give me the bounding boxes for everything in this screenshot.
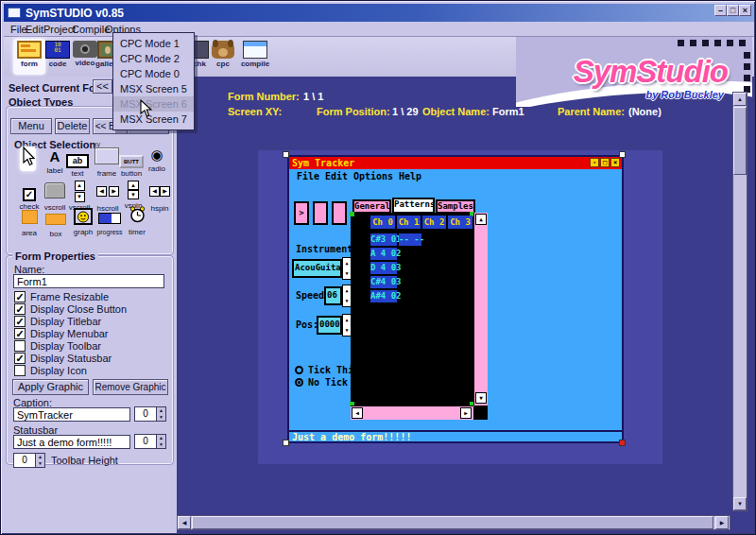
form-number-label: Form Number:	[228, 91, 300, 102]
radio-icon: ◉	[150, 147, 163, 163]
toolbar-form-button[interactable]: form	[13, 39, 45, 75]
tracker-scroll-down-icon[interactable]: ▼	[475, 392, 487, 404]
tool-timer[interactable]: timer	[121, 206, 153, 236]
preview-title: Sym Tracker	[292, 158, 354, 168]
checkbox-display-toolbar[interactable]	[14, 340, 26, 352]
main-vscrollbar[interactable]: ▲ ▼	[732, 92, 747, 511]
checkbox-display-statusbar[interactable]: ✓	[14, 353, 26, 364]
name-input[interactable]: Form1	[13, 274, 164, 288]
speed-spinner[interactable]: ▲▼	[342, 285, 352, 307]
tracker-scroll-up-icon[interactable]: ▲	[475, 214, 487, 225]
mouse-cursor-icon	[140, 99, 153, 118]
pos-input[interactable]: 0000	[317, 316, 342, 335]
preview-toolbar-button-2[interactable]	[313, 201, 328, 225]
checkbox-display-titlebar[interactable]: ✓	[14, 316, 26, 327]
menu-item-cpc-mode-2[interactable]: CPC Mode 2	[113, 51, 194, 66]
preview-menu-file[interactable]: File	[297, 171, 319, 181]
instrument-spinner[interactable]: ▲▼	[342, 257, 352, 280]
statusbar-spinner[interactable]: 0 ▲▼	[134, 434, 166, 449]
radio-no-tick-label: No Tick This	[308, 377, 376, 388]
speed-label: Speed	[296, 290, 324, 301]
maximize-button[interactable]: □	[727, 5, 739, 16]
scroll-left-icon[interactable]: ◀	[178, 516, 191, 529]
app-window: SymSTUDIO v0.85 – □ × File Edit Project …	[0, 0, 756, 535]
selection-handle-tl[interactable]	[283, 151, 289, 158]
selection-handle-tr[interactable]	[619, 151, 626, 158]
tracker-note[interactable]: -- --	[399, 233, 421, 246]
main-hscrollbar[interactable]: ◀ ▶	[177, 515, 730, 530]
speed-input[interactable]: 06	[324, 286, 342, 305]
toolbar-cpc-button[interactable]: cpc	[207, 39, 239, 75]
scroll-up-icon[interactable]: ▲	[733, 93, 747, 106]
preview-window[interactable]: Sym Tracker - □ × File Edit Options Help…	[287, 155, 624, 443]
menu-item-msx-screen-6[interactable]: MSX Screen 6	[113, 96, 194, 112]
selection-handle-bl[interactable]	[283, 440, 289, 446]
radio-no-tick-this[interactable]	[295, 378, 303, 387]
instrument-combo[interactable]: AcouGuitar	[292, 259, 342, 278]
tracker-scroll-right-icon[interactable]: ▶	[460, 407, 472, 419]
preview-menu-edit[interactable]: Edit	[325, 171, 348, 181]
scroll-right-icon[interactable]: ▶	[715, 516, 729, 529]
hscroll-icon: ◀▶	[96, 186, 119, 202]
checkbox-label: Display Titlebar	[30, 316, 101, 327]
preview-minimize-button[interactable]: -	[590, 158, 599, 167]
caption-spinner[interactable]: 0 ▲▼	[134, 406, 166, 422]
preview-statusbar: Just a demo form!!!!!	[289, 430, 622, 441]
toolbar-compile-button[interactable]: compile	[239, 39, 271, 75]
form-properties-title: Form Properties	[12, 250, 98, 262]
pos-spinner[interactable]: ▲▼	[342, 314, 352, 337]
preview-titlebar[interactable]: Sym Tracker	[289, 157, 622, 169]
tracker-note[interactable]: D 4 03	[370, 262, 397, 274]
menu-item-msx-screen-7[interactable]: MSX Screen 7	[113, 112, 194, 127]
menu-item-cpc-mode-0[interactable]: CPC Mode 0	[113, 66, 194, 81]
preview-toolbar-button-3[interactable]	[332, 201, 347, 225]
tool-text[interactable]: ab text	[61, 150, 94, 178]
spin-up-icon: ▲	[157, 407, 165, 414]
app-titlebar[interactable]: SymSTUDIO v0.85	[4, 4, 754, 22]
vscroll-icon: ▲▼	[75, 181, 85, 202]
tracker-note[interactable]: A 4 02	[370, 248, 397, 260]
vscroll-thumb[interactable]	[733, 107, 747, 175]
instrument-label: Instrument	[296, 244, 352, 254]
tracker-note[interactable]: A#4 02	[370, 290, 397, 302]
remove-graphic-button[interactable]: Remove Graphic	[93, 379, 168, 395]
checkbox-frame-resizable[interactable]: ✓	[14, 291, 26, 302]
object-name-value: Form1	[492, 106, 524, 117]
tracker-vscrollbar[interactable]: ▲ ▼	[473, 213, 488, 406]
app-title: SymSTUDIO v0.85	[26, 7, 124, 20]
scroll-down-icon[interactable]: ▼	[733, 497, 747, 510]
tab-patterns[interactable]: Patterns	[392, 198, 435, 214]
radio-tick-this[interactable]	[295, 366, 303, 374]
tab-general[interactable]: General	[352, 199, 391, 214]
checkbox-display-icon[interactable]	[14, 365, 26, 376]
hscroll-thumb[interactable]	[192, 516, 713, 529]
tracker-scroll-left-icon[interactable]: ◀	[352, 407, 363, 419]
preview-menu-options[interactable]: Options	[353, 171, 393, 181]
menu-item-cpc-mode-1[interactable]: CPC Mode 1	[113, 36, 194, 51]
checkbox-display-menubar[interactable]: ✓	[14, 328, 26, 339]
preview-maximize-button[interactable]: □	[600, 158, 610, 167]
checkbox-display-close[interactable]: ✓	[14, 303, 26, 315]
apply-graphic-button[interactable]: Apply Graphic	[12, 379, 89, 395]
hspin-icon: ◀▶	[149, 186, 170, 202]
preview-toolbar-button-1[interactable]: >	[294, 201, 309, 225]
tracker-note[interactable]: C#3 01	[370, 233, 397, 246]
cpc-dog-icon	[212, 41, 234, 59]
selection-handle-br[interactable]	[619, 440, 626, 446]
minimize-button[interactable]: –	[714, 5, 727, 16]
tool-radio[interactable]: ◉ radio	[141, 147, 173, 173]
form-number-value: 1 \ 1	[303, 91, 323, 102]
preview-menu-help[interactable]: Help	[399, 171, 421, 181]
toolbar-height-spinner[interactable]: 0 ▲▼	[13, 453, 45, 468]
tracker-grid[interactable]: Ch 0 Ch 1 Ch 2 Ch 3 C#3 01 -- -- A 4 02 …	[351, 213, 488, 420]
select-form-button[interactable]: <<	[93, 79, 112, 94]
tracker-note[interactable]: C#4 03	[370, 276, 397, 288]
close-button[interactable]: ×	[739, 5, 751, 16]
statusbar-input[interactable]: Just a demo form!!!!!	[13, 435, 130, 449]
preview-close-button[interactable]: ×	[610, 158, 620, 167]
tracker-hscrollbar[interactable]: ◀ ▶	[351, 406, 473, 420]
tracker-handle-tl[interactable]	[350, 212, 354, 216]
caption-input[interactable]: SymTracker	[13, 407, 130, 422]
menu-item-msx-screen-5[interactable]: MSX Screen 5	[113, 81, 194, 96]
frame-xy-label: xy	[91, 141, 123, 147]
